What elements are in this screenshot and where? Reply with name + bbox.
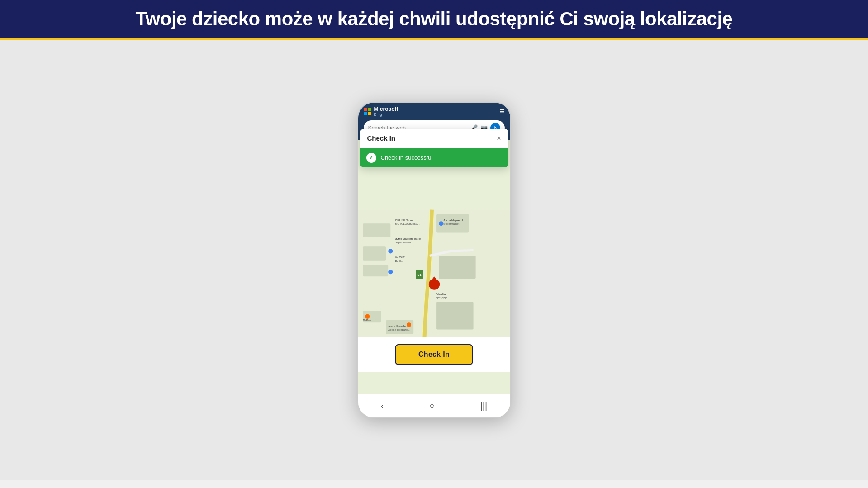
- home-button[interactable]: ○: [429, 401, 435, 411]
- bing-logo-area: Microsoft Bing: [364, 106, 398, 117]
- checkin-area: Check In: [358, 337, 510, 372]
- main-area: Microsoft Bing ≡ 🎤 📷 b: [0, 40, 868, 480]
- modal-title: Check In: [367, 134, 396, 142]
- recents-button[interactable]: |||: [480, 401, 488, 411]
- checkmark-icon: ✓: [369, 154, 374, 161]
- checkin-button[interactable]: Check In: [395, 344, 473, 365]
- phone-mockup: Microsoft Bing ≡ 🎤 📷 b: [357, 102, 511, 418]
- android-nav-bar: ‹ ○ |||: [358, 394, 510, 417]
- modal-close-button[interactable]: ×: [497, 134, 501, 142]
- top-banner: Twoje dziecko może w każdej chwili udost…: [0, 0, 868, 40]
- modal-box: Check In × ✓ Check in successful: [360, 129, 508, 167]
- bing-logo-text: Microsoft Bing: [374, 106, 398, 117]
- modal-header: Check In ×: [360, 129, 508, 148]
- microsoft-logo-icon: [364, 108, 371, 115]
- success-notification: ✓ Check in successful: [360, 148, 508, 167]
- hamburger-menu-icon[interactable]: ≡: [500, 107, 505, 116]
- success-message: Check in successful: [381, 154, 433, 161]
- success-check-icon: ✓: [366, 153, 376, 163]
- checkin-modal: Check In × ✓ Check in successful: [358, 129, 510, 372]
- bing-top-row: Microsoft Bing ≡: [364, 106, 505, 117]
- back-button[interactable]: ‹: [381, 401, 384, 411]
- banner-text: Twoje dziecko może w każdej chwili udost…: [136, 8, 733, 30]
